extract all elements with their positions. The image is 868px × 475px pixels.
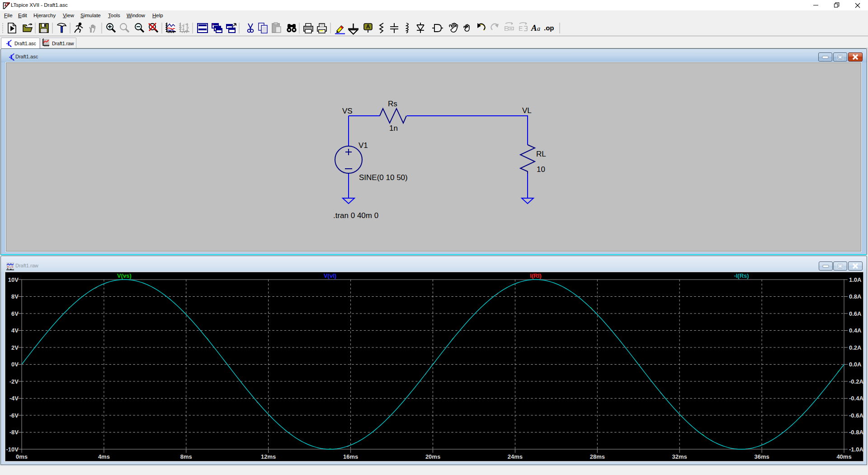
svg-text:.tran 0 40m 0: .tran 0 40m 0 bbox=[333, 211, 378, 220]
svg-text:V(vs): V(vs) bbox=[117, 272, 132, 279]
svg-text:-2V: -2V bbox=[9, 378, 19, 385]
svg-text:VS: VS bbox=[342, 107, 353, 115]
svg-text:A: A bbox=[531, 23, 537, 33]
svg-text:6V: 6V bbox=[11, 310, 19, 317]
svg-text:0.2A: 0.2A bbox=[849, 344, 862, 351]
svg-text:0.8A: 0.8A bbox=[849, 293, 862, 300]
svg-text:-6V: -6V bbox=[9, 412, 19, 419]
svg-text:10V: 10V bbox=[8, 276, 19, 283]
svg-text:-8V: -8V bbox=[9, 429, 19, 436]
svg-text:8V: 8V bbox=[11, 293, 19, 300]
svg-text:RL: RL bbox=[536, 150, 546, 158]
svg-text:.op: .op bbox=[544, 24, 554, 32]
svg-text:10: 10 bbox=[537, 165, 545, 174]
svg-text:24ms: 24ms bbox=[508, 453, 523, 460]
svg-text:-4V: -4V bbox=[9, 395, 19, 402]
svg-text:16ms: 16ms bbox=[343, 453, 358, 460]
svg-text:1n: 1n bbox=[389, 124, 398, 133]
svg-text:4ms: 4ms bbox=[98, 453, 110, 460]
svg-text:0.6A: 0.6A bbox=[849, 310, 862, 317]
svg-text:0.0A: 0.0A bbox=[849, 361, 862, 368]
svg-text:-0.2A: -0.2A bbox=[849, 378, 863, 385]
svg-text:0.4A: 0.4A bbox=[849, 327, 862, 334]
svg-text:-I(Rs): -I(Rs) bbox=[734, 272, 749, 279]
svg-text:VL: VL bbox=[522, 106, 532, 115]
svg-text:8ms: 8ms bbox=[180, 453, 192, 460]
svg-text:V1: V1 bbox=[359, 141, 368, 150]
svg-text:0V: 0V bbox=[11, 361, 19, 368]
svg-text:-10V: -10V bbox=[6, 446, 19, 453]
svg-text:Rs: Rs bbox=[388, 100, 397, 108]
svg-text:-0.8A: -0.8A bbox=[849, 429, 863, 436]
svg-text:a: a bbox=[537, 25, 540, 32]
svg-text:-1.0A: -1.0A bbox=[849, 446, 863, 453]
svg-text:36ms: 36ms bbox=[754, 453, 769, 460]
svg-text:SINE(0 10 50): SINE(0 10 50) bbox=[359, 173, 408, 182]
svg-text:0ms: 0ms bbox=[16, 453, 28, 460]
svg-text:E: E bbox=[519, 25, 523, 32]
svg-text:2V: 2V bbox=[11, 344, 19, 351]
svg-text:E: E bbox=[504, 25, 508, 32]
svg-text:1.0A: 1.0A bbox=[849, 276, 862, 283]
svg-text:28ms: 28ms bbox=[590, 453, 605, 460]
svg-text:I(Rl): I(Rl) bbox=[530, 272, 541, 279]
svg-text:-0.6A: -0.6A bbox=[849, 412, 863, 419]
svg-text:40ms: 40ms bbox=[836, 453, 851, 460]
svg-text:20ms: 20ms bbox=[425, 453, 440, 460]
svg-text:4V: 4V bbox=[11, 327, 19, 334]
svg-text:12ms: 12ms bbox=[261, 453, 276, 460]
svg-text:V(vl): V(vl) bbox=[324, 272, 336, 279]
svg-text:-0.4A: -0.4A bbox=[849, 395, 863, 402]
svg-text:A: A bbox=[366, 24, 370, 30]
svg-text:32ms: 32ms bbox=[672, 453, 687, 460]
